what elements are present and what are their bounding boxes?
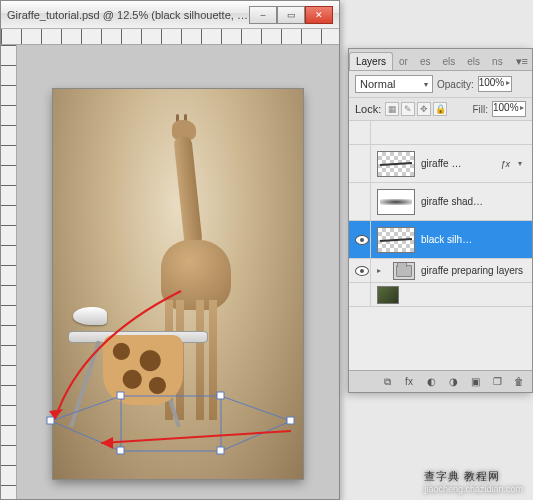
visibility-toggle[interactable] — [353, 259, 371, 282]
eye-icon — [355, 266, 369, 276]
visibility-toggle[interactable] — [353, 221, 371, 258]
watermark-text: 查字典 教程网 jiaocheng.chazidian.com — [424, 466, 523, 494]
warp-handle[interactable] — [117, 447, 124, 454]
layer-name-label[interactable]: giraffe shad… — [421, 196, 528, 207]
warp-bounding-path[interactable] — [51, 396, 291, 451]
annotation-arrow — [101, 431, 291, 443]
lock-icons-group: ▦ ✎ ✥ 🔒 — [385, 102, 447, 116]
visibility-toggle[interactable] — [353, 183, 371, 220]
layer-group-row[interactable]: ▸ giraffe preparing layers — [349, 259, 532, 283]
transform-warp-overlay[interactable] — [41, 381, 321, 481]
layer-row[interactable] — [349, 283, 532, 307]
layer-row-selected[interactable]: black silh… — [349, 221, 532, 259]
delete-layer-icon[interactable]: 🗑 — [512, 375, 526, 389]
lock-all-icon[interactable]: 🔒 — [433, 102, 447, 116]
layer-row[interactable]: giraffe … ƒx ▾ — [349, 145, 532, 183]
document-window: Giraffe_tutorial.psd @ 12.5% (black silh… — [0, 0, 340, 500]
panel-blend-row: Normal ▾ Opacity: 100% — [349, 71, 532, 98]
layer-fx-badge[interactable]: ƒx — [500, 159, 512, 169]
layer-name-label[interactable]: giraffe preparing layers — [421, 265, 528, 276]
eye-icon — [355, 235, 369, 245]
lock-pixels-icon[interactable]: ✎ — [401, 102, 415, 116]
tab-layers[interactable]: Layers — [349, 52, 393, 70]
layer-thumbnail[interactable] — [377, 189, 415, 215]
chevron-down-icon: ▾ — [424, 80, 428, 89]
fill-field[interactable]: 100% — [492, 101, 526, 117]
panel-tab-strip: Layers or es els els ns ▾≡ — [349, 49, 532, 71]
blend-mode-select[interactable]: Normal ▾ — [355, 75, 433, 93]
visibility-toggle[interactable] — [353, 283, 371, 306]
layers-panel-footer: ⧉ fx ◐ ◑ ▣ ❐ 🗑 — [349, 370, 532, 392]
layers-panel: Layers or es els els ns ▾≡ Normal ▾ Opac… — [348, 48, 533, 393]
visibility-toggle[interactable] — [353, 145, 371, 182]
visibility-toggle[interactable] — [353, 121, 371, 144]
chevron-right-icon[interactable]: ▸ — [377, 266, 387, 275]
blend-mode-value: Normal — [360, 78, 395, 90]
window-controls: – ▭ ✕ — [249, 6, 333, 24]
warp-handle[interactable] — [217, 392, 224, 399]
warp-handle[interactable] — [117, 392, 124, 399]
maximize-button[interactable]: ▭ — [277, 6, 305, 24]
warp-handle[interactable] — [287, 417, 294, 424]
fill-label: Fill: — [472, 104, 488, 115]
canvas-iron — [73, 307, 107, 325]
layer-thumbnail[interactable] — [377, 286, 399, 304]
layer-thumbnail[interactable] — [377, 151, 415, 177]
watermark-main: 查字典 教程网 — [424, 470, 500, 482]
lock-transparency-icon[interactable]: ▦ — [385, 102, 399, 116]
lock-label: Lock: — [355, 103, 381, 115]
tab-fragment[interactable]: els — [436, 53, 461, 70]
layer-row[interactable]: giraffe shad… — [349, 183, 532, 221]
opacity-field[interactable]: 100% — [478, 76, 512, 92]
lock-position-icon[interactable]: ✥ — [417, 102, 431, 116]
chevron-down-icon[interactable]: ▾ — [518, 159, 528, 168]
opacity-label: Opacity: — [437, 79, 474, 90]
tab-fragment[interactable]: es — [414, 53, 437, 70]
panel-menu-button[interactable]: ▾≡ — [512, 53, 532, 70]
layer-thumbnail[interactable] — [377, 227, 415, 253]
layer-spacer-row — [349, 121, 532, 145]
layer-style-icon[interactable]: fx — [402, 375, 416, 389]
layer-mask-icon[interactable]: ◐ — [424, 375, 438, 389]
layers-list[interactable]: giraffe … ƒx ▾ giraffe shad… black silh…… — [349, 121, 532, 370]
layer-name-label[interactable]: giraffe … — [421, 158, 494, 169]
warp-handle[interactable] — [47, 417, 54, 424]
new-layer-icon[interactable]: ❐ — [490, 375, 504, 389]
panel-lock-row: Lock: ▦ ✎ ✥ 🔒 Fill: 100% — [349, 98, 532, 121]
folder-icon — [393, 262, 415, 280]
tab-fragment[interactable]: ns — [486, 53, 509, 70]
ruler-vertical[interactable] — [1, 45, 17, 499]
adjustment-layer-icon[interactable]: ◑ — [446, 375, 460, 389]
close-button[interactable]: ✕ — [305, 6, 333, 24]
document-titlebar[interactable]: Giraffe_tutorial.psd @ 12.5% (black silh… — [1, 1, 339, 29]
watermark-sub: jiaocheng.chazidian.com — [424, 484, 523, 494]
minimize-button[interactable]: – — [249, 6, 277, 24]
tab-fragment[interactable]: or — [393, 53, 414, 70]
annotation-arrowhead — [101, 437, 113, 449]
layer-name-label[interactable]: black silh… — [421, 234, 528, 245]
link-layers-icon[interactable]: ⧉ — [380, 375, 394, 389]
tab-fragment[interactable]: els — [461, 53, 486, 70]
warp-handle[interactable] — [217, 447, 224, 454]
ruler-horizontal[interactable] — [1, 29, 339, 45]
new-group-icon[interactable]: ▣ — [468, 375, 482, 389]
document-title: Giraffe_tutorial.psd @ 12.5% (black silh… — [7, 9, 249, 21]
